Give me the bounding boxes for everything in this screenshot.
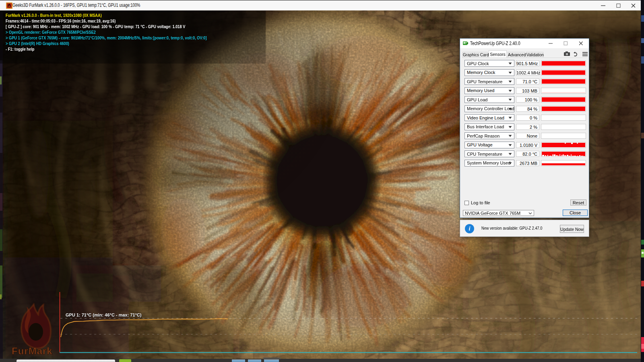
svg-text:FurMark: FurMark — [12, 346, 53, 356]
